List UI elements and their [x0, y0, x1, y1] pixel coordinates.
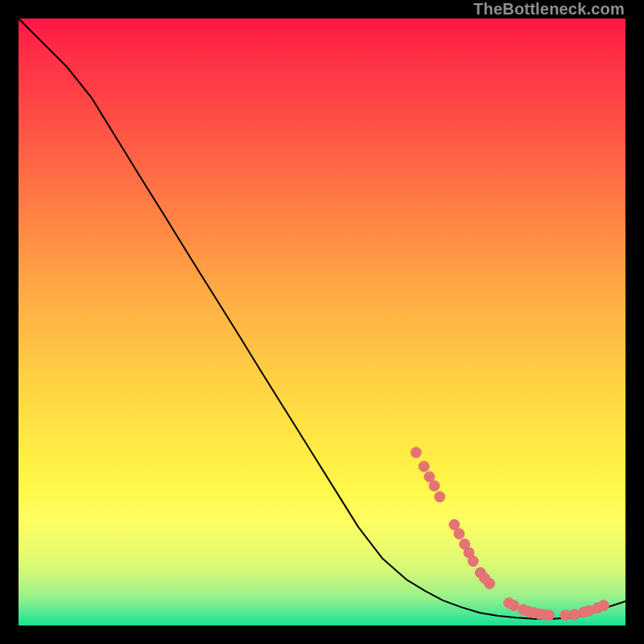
curve-marker — [509, 601, 519, 611]
curve-marker — [544, 610, 555, 621]
plot-area — [19, 19, 625, 625]
chart-container: TheBottleneck.com — [0, 0, 644, 644]
curve-marker — [454, 529, 464, 539]
curve-markers — [411, 448, 609, 621]
curve-marker — [411, 448, 421, 458]
curve-marker — [429, 481, 440, 491]
curve-marker — [435, 492, 445, 502]
curve-marker — [598, 601, 609, 611]
curve-marker — [485, 578, 495, 588]
curve-marker — [468, 556, 478, 567]
bottleneck-curve — [19, 19, 625, 619]
curve-marker — [419, 461, 429, 472]
watermark-text: TheBottleneck.com — [473, 1, 625, 17]
curve-layer — [19, 19, 625, 625]
